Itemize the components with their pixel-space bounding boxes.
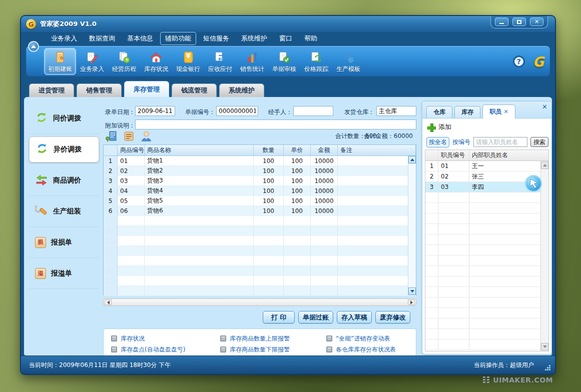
employee-row-empty[interactable]: [425, 245, 548, 256]
toolbar-button-production-template[interactable]: 生产模板: [332, 48, 364, 75]
link-qty-upper-limit-alarm[interactable]: 库存商品数量上限报警: [220, 333, 326, 344]
table-row-empty[interactable]: [104, 236, 416, 246]
discard-changes-button[interactable]: 废弃修改: [375, 311, 410, 324]
tab-sales-management[interactable]: 销售管理: [77, 84, 122, 97]
employee-row-empty[interactable]: [425, 340, 548, 350]
maximize-button[interactable]: [512, 18, 526, 26]
table-row-empty[interactable]: [104, 286, 416, 296]
employee-scrollbar[interactable]: [540, 161, 548, 351]
table-row-empty[interactable]: [104, 216, 416, 226]
menu-item-sms-service[interactable]: 短信服务: [198, 32, 234, 45]
toolbar-button-sales-stats[interactable]: 销售统计: [236, 48, 268, 75]
toolbar-button-cash-bank[interactable]: ¥ 现金银行: [172, 48, 204, 75]
tab-employee[interactable]: 职员✕: [482, 104, 515, 118]
menu-item-help[interactable]: 帮助: [299, 32, 322, 45]
employee-row-empty[interactable]: [425, 329, 548, 340]
table-row[interactable]: 505货物510010010000: [104, 196, 416, 206]
table-row-empty[interactable]: [104, 256, 416, 266]
table-row[interactable]: 606货物610010010000: [104, 206, 416, 216]
toolbar-button-price-tracking[interactable]: 价格跟踪: [300, 48, 332, 75]
scroll-up-button[interactable]: [541, 162, 548, 169]
employee-row-empty[interactable]: [425, 308, 548, 318]
employee-row-empty[interactable]: [425, 287, 548, 298]
employee-row-empty[interactable]: [425, 214, 548, 224]
menu-item-data-query[interactable]: 数据查询: [84, 32, 120, 45]
tab-stock[interactable]: 库存: [454, 106, 480, 118]
tab-system-maintenance[interactable]: 系统维护: [219, 84, 264, 97]
sidebar-item-goods-repricing[interactable]: 商品调价: [29, 165, 99, 196]
post-voucher-button[interactable]: 单据过账: [298, 311, 333, 324]
toolbar-button-operation-history[interactable]: 经营历程: [108, 48, 140, 75]
voucher-no-input[interactable]: [216, 106, 258, 116]
table-row-empty[interactable]: [104, 246, 416, 256]
link-almighty-flow-report[interactable]: “全能”进销存变动表: [326, 333, 414, 344]
employee-row-empty[interactable]: [425, 276, 548, 287]
tab-warehouse[interactable]: 仓库: [426, 106, 452, 118]
link-inventory-status[interactable]: 库存状况: [111, 333, 220, 344]
menu-item-business-entry[interactable]: 业务录入: [46, 32, 82, 45]
employee-row-empty[interactable]: [425, 266, 548, 276]
toolbar-button-initial-setup[interactable]: 初期建账: [44, 48, 76, 75]
toolbar-button-inventory-status[interactable]: 库存状况: [140, 48, 172, 75]
employee-row-empty[interactable]: [425, 224, 548, 234]
table-row[interactable]: 303货物310010010000: [104, 176, 416, 186]
titlebar[interactable]: G 管家婆2009 V1.0 ✕: [21, 16, 555, 32]
sidebar-item-same-price-transfer[interactable]: 同价调拨: [29, 103, 99, 134]
menu-item-auxiliary[interactable]: 辅助功能: [160, 32, 196, 45]
tab-purchase-management[interactable]: 进货管理: [29, 84, 74, 97]
link-warehouse-distribution[interactable]: 各仓库库存分布状况表: [326, 344, 414, 355]
sidebar-item-production-assembly[interactable]: 生产组装: [29, 196, 99, 227]
table-row[interactable]: 101货物110010010000: [104, 156, 416, 166]
table-row-empty[interactable]: [104, 276, 416, 286]
tab-inventory-management[interactable]: 库存管理: [124, 81, 169, 97]
vertical-scrollbar[interactable]: [408, 156, 416, 295]
scroll-right-button[interactable]: [408, 300, 415, 305]
scroll-down-button[interactable]: [541, 343, 548, 350]
warehouse-box-icon[interactable]: [123, 130, 135, 142]
employee-row-selected[interactable]: 303李四: [425, 182, 548, 192]
date-input[interactable]: [135, 106, 175, 116]
add-employee-button[interactable]: 添加: [427, 122, 451, 132]
warehouse-input[interactable]: [376, 106, 416, 116]
resize-grip[interactable]: [544, 364, 551, 371]
toolbar-button-business-entry[interactable]: 业务录入: [76, 48, 108, 75]
employee-row-empty[interactable]: [425, 203, 548, 214]
print-button[interactable]: 打 印: [263, 311, 295, 324]
employee-row-empty[interactable]: [425, 298, 548, 308]
employee-row-empty[interactable]: [425, 234, 548, 245]
scroll-left-button[interactable]: [105, 300, 112, 305]
sidebar-item-diff-price-transfer[interactable]: 异价调拨: [29, 136, 99, 162]
scroll-down-button[interactable]: [408, 288, 416, 295]
search-by-name-toggle[interactable]: 按全名: [426, 137, 449, 148]
panel-close-button[interactable]: ✕: [542, 103, 547, 110]
help-button[interactable]: ?: [513, 56, 525, 68]
table-row[interactable]: 404货物410010010000: [104, 186, 416, 196]
minimize-button[interactable]: [495, 18, 508, 26]
employee-row[interactable]: 202张三: [425, 172, 548, 182]
toolbar-collapse-button[interactable]: [28, 41, 39, 52]
save-draft-button[interactable]: 存入草稿: [337, 311, 372, 324]
tab-close-icon[interactable]: ✕: [503, 108, 508, 115]
search-by-code-toggle[interactable]: 按编号: [452, 138, 470, 146]
employee-row-empty[interactable]: [425, 256, 548, 266]
toolbar-button-voucher-audit[interactable]: 单据审核: [268, 48, 300, 75]
menu-item-basic-info[interactable]: 基本信息: [122, 32, 158, 45]
note-input[interactable]: [135, 120, 416, 130]
person-icon[interactable]: [140, 130, 153, 142]
handler-input[interactable]: [293, 106, 333, 116]
toolbar-button-receivable-payable[interactable]: 应收应付: [204, 48, 236, 75]
close-button[interactable]: ✕: [530, 18, 543, 26]
sidebar-item-surplus-report[interactable]: 溢 报溢单: [29, 258, 99, 289]
sidebar-item-loss-report[interactable]: 损 报损单: [29, 227, 99, 258]
table-row[interactable]: 202货物210010010000: [104, 166, 416, 176]
menu-item-window[interactable]: 窗口: [274, 32, 297, 45]
scroll-up-button[interactable]: [408, 156, 416, 164]
employee-row-empty[interactable]: [425, 192, 548, 203]
link-qty-lower-limit-alarm[interactable]: 库存商品数量下限报警: [220, 344, 326, 355]
search-button[interactable]: 搜索: [530, 137, 548, 147]
tab-cashflow-management[interactable]: 钱流管理: [172, 84, 217, 97]
table-row-empty[interactable]: [104, 266, 416, 276]
menu-item-system-maintenance[interactable]: 系统维护: [236, 32, 272, 45]
employee-row[interactable]: 101王一: [425, 161, 548, 172]
table-row-empty[interactable]: [104, 226, 416, 236]
